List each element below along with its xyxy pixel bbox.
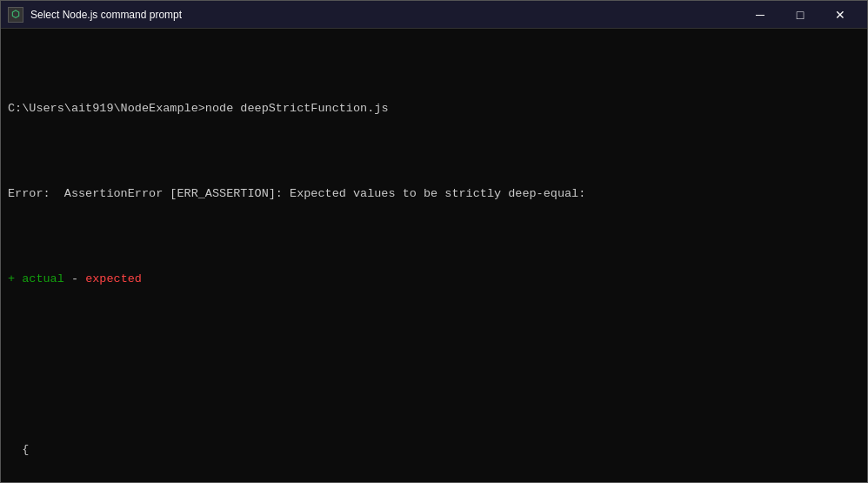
blank-line-1 — [8, 356, 860, 373]
diff-header-line: + actual - expected — [8, 271, 860, 288]
terminal-output: C:\Users\ait919\NodeExample>node deepStr… — [8, 32, 860, 482]
app-icon: ⬡ — [8, 7, 23, 23]
window-title: Select Node.js command prompt — [30, 9, 740, 21]
terminal-body: C:\Users\ait919\NodeExample>node deepStr… — [1, 29, 867, 482]
window-controls: ─ □ ✕ — [740, 1, 860, 29]
maximize-button[interactable]: □ — [780, 1, 820, 29]
command-line: C:\Users\ait919\NodeExample>node deepStr… — [8, 100, 860, 117]
close-button[interactable]: ✕ — [820, 1, 860, 29]
object-open-brace: { — [8, 441, 860, 459]
terminal-window: ⬡ Select Node.js command prompt ─ □ ✕ C:… — [0, 0, 868, 483]
title-bar: ⬡ Select Node.js command prompt ─ □ ✕ — [1, 1, 867, 29]
error-message-line: Error: AssertionError [ERR_ASSERTION]: E… — [8, 185, 860, 203]
minimize-button[interactable]: ─ — [740, 1, 780, 29]
